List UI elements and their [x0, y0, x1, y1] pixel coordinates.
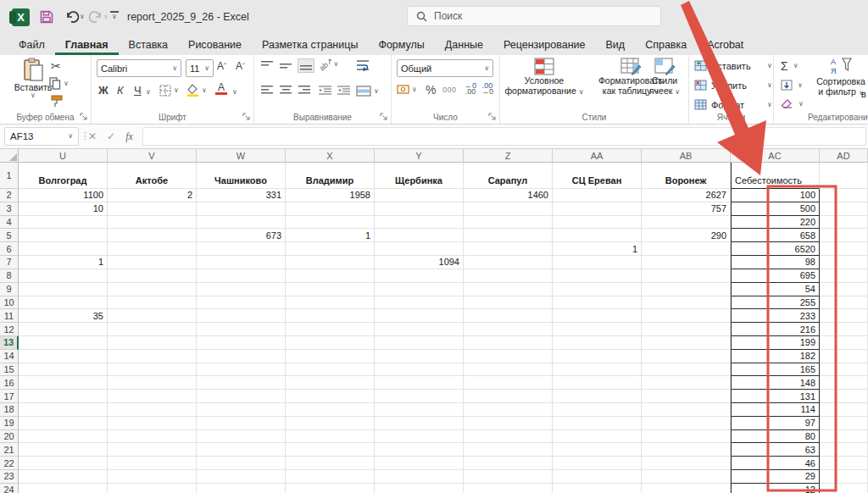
- cell-Z16[interactable]: [464, 376, 553, 390]
- cell-U21[interactable]: [19, 443, 108, 457]
- cell-AB7[interactable]: [642, 256, 731, 269]
- cell-AC21[interactable]: 63: [731, 443, 820, 457]
- borders-button[interactable]: ∨: [159, 85, 179, 97]
- cell-X12[interactable]: [286, 323, 375, 336]
- cell-AD2[interactable]: [820, 189, 868, 202]
- cell-AA9[interactable]: [553, 283, 642, 296]
- cell-U20[interactable]: [19, 430, 108, 444]
- align-top-button[interactable]: [261, 61, 273, 70]
- cell-W21[interactable]: [197, 443, 286, 457]
- cell-AB21[interactable]: [642, 443, 731, 457]
- cell-Z10[interactable]: [464, 296, 553, 310]
- align-left-button[interactable]: [261, 86, 273, 95]
- cell-AA20[interactable]: [553, 430, 642, 444]
- cell-V10[interactable]: [108, 296, 197, 310]
- cell-AD21[interactable]: [820, 443, 868, 457]
- cell-Y16[interactable]: [375, 376, 464, 390]
- cancel-entry-icon[interactable]: ✕: [88, 130, 97, 142]
- cell-AB19[interactable]: [642, 417, 731, 430]
- cell-Z8[interactable]: [464, 269, 553, 283]
- cell-AD18[interactable]: [820, 403, 868, 417]
- row-header-6[interactable]: 6: [0, 242, 19, 256]
- cell-AD4[interactable]: [820, 216, 868, 230]
- conditional-formatting-button[interactable]: Условное форматирование ∨: [504, 58, 585, 96]
- font-color-button[interactable]: А: [215, 83, 227, 95]
- col-header-AA[interactable]: AA: [553, 149, 642, 163]
- grow-font-button[interactable]: Aˆ: [217, 60, 226, 72]
- col-header-AD[interactable]: AD: [820, 149, 868, 163]
- cell-V15[interactable]: [108, 363, 197, 377]
- cell-U1[interactable]: Волгоград: [19, 163, 108, 189]
- cell-X16[interactable]: [286, 376, 375, 390]
- cell-AA6[interactable]: 1: [553, 242, 642, 256]
- cell-AA17[interactable]: [553, 390, 642, 403]
- cell-AB8[interactable]: [642, 269, 731, 283]
- cell-U12[interactable]: [19, 323, 108, 336]
- cell-AC16[interactable]: 148: [731, 376, 820, 390]
- cell-W19[interactable]: [197, 417, 286, 430]
- cell-AC4[interactable]: 220: [731, 216, 820, 230]
- comma-style-button[interactable]: 000: [442, 86, 457, 94]
- cell-U19[interactable]: [19, 417, 108, 430]
- row-header-22[interactable]: 22: [0, 457, 19, 470]
- cell-AA2[interactable]: [553, 189, 642, 202]
- cell-Z18[interactable]: [464, 403, 553, 417]
- cell-AD15[interactable]: [820, 363, 868, 377]
- cell-AD23[interactable]: [820, 470, 868, 484]
- cell-AD5[interactable]: [820, 229, 868, 242]
- cell-AB14[interactable]: [642, 350, 731, 363]
- search-input[interactable]: Поиск: [407, 6, 661, 26]
- cell-AB24[interactable]: [642, 484, 731, 493]
- cell-W12[interactable]: [197, 323, 286, 336]
- cell-U7[interactable]: 1: [19, 256, 108, 269]
- cell-X18[interactable]: [286, 403, 375, 417]
- cell-AC14[interactable]: 182: [731, 350, 820, 363]
- cell-AC23[interactable]: 29: [731, 470, 820, 484]
- cell-AD7[interactable]: [820, 256, 868, 269]
- row-header-13[interactable]: 13: [0, 336, 19, 350]
- cell-Z6[interactable]: [464, 242, 553, 256]
- cell-X2[interactable]: 1958: [286, 189, 375, 202]
- cell-U2[interactable]: 1100: [19, 189, 108, 202]
- sort-filter-button[interactable]: А Я Сортировка и фильтр ∨: [811, 56, 868, 97]
- confirm-entry-icon[interactable]: ✓: [107, 130, 115, 142]
- cell-AD24[interactable]: [820, 484, 868, 493]
- cell-V23[interactable]: [108, 470, 197, 484]
- cell-Z12[interactable]: [464, 323, 553, 336]
- cell-W8[interactable]: [197, 269, 286, 283]
- cell-Y24[interactable]: [375, 484, 464, 493]
- cell-U16[interactable]: [19, 376, 108, 390]
- cell-AD3[interactable]: [820, 202, 868, 216]
- insert-cells-button[interactable]: Вставить ∨: [694, 60, 751, 71]
- cell-AB9[interactable]: [642, 283, 731, 296]
- cell-Y12[interactable]: [375, 323, 464, 336]
- col-header-Y[interactable]: Y: [375, 149, 464, 163]
- tab-formulas[interactable]: Формулы: [368, 36, 434, 55]
- cell-W11[interactable]: [197, 309, 286, 323]
- cell-V19[interactable]: [108, 417, 197, 430]
- cell-V20[interactable]: [108, 430, 197, 444]
- cell-Z2[interactable]: 1460: [464, 189, 553, 202]
- undo-menu-chevron-icon[interactable]: ∨: [80, 14, 85, 20]
- cell-AD10[interactable]: [820, 296, 868, 310]
- cell-AA16[interactable]: [553, 376, 642, 390]
- cell-AA24[interactable]: [553, 484, 642, 493]
- cell-AB17[interactable]: [642, 390, 731, 403]
- tab-insert[interactable]: Вставка: [119, 36, 178, 55]
- row-header-7[interactable]: 7: [0, 256, 19, 269]
- cell-Z21[interactable]: [464, 443, 553, 457]
- cell-AD17[interactable]: [820, 390, 868, 403]
- excel-logo-icon[interactable]: X: [12, 8, 30, 26]
- cell-U8[interactable]: [19, 269, 108, 283]
- font-dialog-launcher[interactable]: [242, 113, 250, 120]
- row-header-4[interactable]: 4: [0, 216, 19, 230]
- cell-AA12[interactable]: [553, 323, 642, 336]
- cell-Z13[interactable]: [464, 336, 553, 350]
- cell-AC3[interactable]: 500: [731, 202, 820, 216]
- format-painter-button[interactable]: [51, 95, 64, 108]
- cell-Y6[interactable]: [375, 242, 464, 256]
- wrap-text-button[interactable]: [356, 59, 370, 71]
- row-header-1[interactable]: 1: [0, 163, 19, 189]
- cell-AD14[interactable]: [820, 350, 868, 363]
- cell-AC5[interactable]: 658: [731, 229, 820, 242]
